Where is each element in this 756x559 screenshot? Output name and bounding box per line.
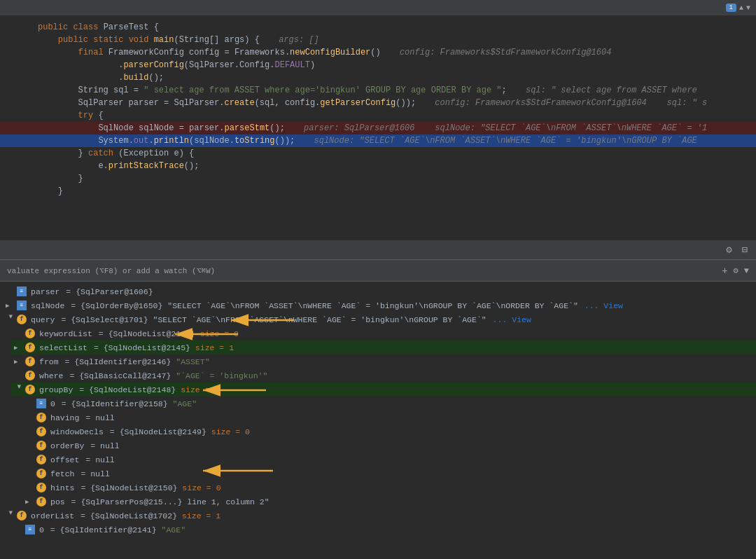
list-item-offset[interactable]: f offset = null: [22, 453, 756, 467]
line-content: }: [38, 172, 750, 185]
line-number: [6, 71, 27, 72]
tree-label: sqlNode: [31, 301, 64, 310]
line-content: try {: [38, 109, 750, 122]
split-icon[interactable]: ⊟: [739, 242, 750, 257]
line-number: [6, 21, 27, 22]
line-content: public class ParseTest {: [38, 21, 750, 34]
tree-value: = {SqlBasicCall@2147} "`AGE` = 'bingkun'…: [65, 371, 268, 380]
code-line-highlight-red: SqlNode sqlNode = parser.parseStmt(); pa…: [0, 122, 756, 134]
expand-arrow-from[interactable]: ▶: [14, 358, 24, 366]
tree-value: = {SqlIdentifier@2158} "AGE": [57, 399, 197, 408]
f-icon6: f: [25, 385, 35, 394]
up-icon[interactable]: ▲: [739, 4, 743, 12]
tree-value: = {SqlNodeList@2149} size = 0: [105, 427, 250, 436]
expand-arrow-groupby[interactable]: ▶: [15, 385, 23, 394]
down-icon[interactable]: ▼: [746, 4, 750, 12]
code-line: e.printStackTrace();: [0, 160, 756, 172]
line-number: [6, 122, 27, 123]
tree-label: pos: [50, 497, 65, 506]
list-item-orderlist-0[interactable]: ≡ 0 = {SqlIdentifier@2141} "AGE": [11, 523, 756, 537]
line-number: [6, 97, 27, 97]
settings-icon[interactable]: ⚙: [723, 242, 734, 257]
list-item[interactable]: ▶ f query = {SqlSelect@1701} "SELECT `AG…: [0, 312, 756, 326]
code-line: public class ParseTest {: [0, 21, 756, 34]
list-item-fetch[interactable]: f fetch = null: [22, 467, 756, 481]
tree-label: 0: [50, 399, 55, 408]
tree-value: = null: [76, 469, 110, 478]
code-line: .build();: [0, 71, 756, 84]
expand-arrow-pos[interactable]: ▶: [25, 498, 35, 506]
tree-label: keywordList: [39, 329, 92, 338]
expand-arrow-orderlist[interactable]: ▶: [7, 511, 15, 520]
tree-label: offset: [50, 455, 79, 464]
tree-value: = {SqlOrderBy@1650} "SELECT `AGE`\nFROM …: [66, 301, 578, 310]
code-area: public class ParseTest { public static v…: [0, 15, 756, 203]
expand-arrow-expanded[interactable]: ▶: [7, 315, 15, 324]
line-number: [6, 185, 27, 186]
add-watch-icon[interactable]: +: [722, 265, 727, 277]
f-icon13: f: [36, 497, 46, 506]
expand-arrow-collapsed[interactable]: ▶: [6, 302, 15, 310]
tree-value: = {SqlNodeList@1702} size = 1: [76, 511, 220, 520]
list-item-windowdecls[interactable]: f windowDecls = {SqlNodeList@2149} size …: [22, 425, 756, 439]
top-bar: 1 ▲ ▼: [0, 0, 756, 15]
line-number: [6, 59, 27, 60]
list-icon3: ≡: [25, 525, 35, 534]
list-item[interactable]: ≡ parser = {SqlParser@1606}: [0, 284, 756, 298]
line-number: [6, 46, 27, 47]
list-icon: ≡: [17, 301, 27, 310]
tree-label: parser: [31, 287, 59, 296]
code-line: String sql = " select age from ASSET whe…: [0, 84, 756, 97]
code-line-highlight-blue: System.out.println(sqlNode.toString()); …: [0, 134, 756, 147]
list-item-from[interactable]: ▶ f from = {SqlIdentifier@2146} "ASSET": [11, 354, 756, 368]
list-item[interactable]: f keywordList = {SqlNodeList@2144} size …: [11, 326, 756, 340]
debug-tree: ≡ parser = {SqlParser@1606} ▶ ≡ sqlNode …: [0, 282, 756, 539]
view-link2[interactable]: ... View: [488, 315, 531, 324]
list-item-groupby-0[interactable]: ≡ 0 = {SqlIdentifier@2158} "AGE": [22, 396, 756, 410]
list-item-having[interactable]: f having = null: [22, 410, 756, 425]
list-icon2: ≡: [36, 399, 46, 408]
code-line: }: [0, 172, 756, 185]
line-number: [6, 34, 27, 34]
line-number: [6, 109, 27, 110]
code-line: public static void main(String[] args) {…: [0, 34, 756, 46]
list-item-hints[interactable]: f hints = {SqlNodeList@2150} size = 0: [22, 481, 756, 495]
list-item-pos[interactable]: ▶ f pos = {SqlParserPos@215...} line 1, …: [22, 495, 756, 509]
f-icon4: f: [25, 357, 35, 366]
line-content: } catch (Exception e) {: [38, 147, 750, 160]
tree-label: hints: [50, 483, 75, 492]
debug-panel[interactable]: ≡ parser = {SqlParser@1606} ▶ ≡ sqlNode …: [0, 282, 756, 559]
list-item-orderby[interactable]: f orderBy = null: [22, 439, 756, 453]
line-number: [6, 84, 27, 85]
settings-debug-icon[interactable]: ⚙: [734, 265, 738, 276]
tree-value: = null: [85, 441, 119, 450]
f-icon9: f: [36, 441, 46, 450]
tree-label: query: [31, 315, 55, 324]
view-link[interactable]: ... View: [580, 301, 623, 310]
line-content: System.out.println(sqlNode.toString()); …: [38, 134, 750, 147]
tree-value: = {SqlSelect@1701} "SELECT `AGE`\nFROM `…: [57, 315, 486, 324]
f-icon2: f: [25, 329, 35, 338]
line-content: public static void main(String[] args) {…: [38, 34, 750, 46]
tree-value: = {SqlNodeList@2148} size = 1: [74, 385, 219, 394]
f-icon7: f: [36, 413, 46, 422]
close-debug-icon[interactable]: ▼: [744, 266, 749, 276]
tree-value: = {SqlParser@1606}: [61, 287, 153, 296]
list-item[interactable]: ▶ ≡ sqlNode = {SqlOrderBy@1650} "SELECT …: [0, 298, 756, 312]
list-item-groupby[interactable]: ▶ f groupBy = {SqlNodeList@2148} size = …: [11, 382, 756, 396]
tree-label: windowDecls: [50, 427, 104, 436]
list-item-select-list[interactable]: ▶ f selectList = {SqlNodeList@2145} size…: [11, 340, 756, 354]
code-line: }: [0, 185, 756, 198]
tree-label: orderBy: [50, 441, 84, 450]
debug-header-text: valuate expression (⌥F8) or add a watch …: [7, 266, 215, 275]
f-icon3: f: [25, 343, 35, 352]
list-item-where[interactable]: f where = {SqlBasicCall@2147} "`AGE` = '…: [11, 368, 756, 382]
line-content: }: [38, 185, 750, 198]
tree-value: = {SqlIdentifier@2141} "AGE": [46, 525, 186, 534]
tree-value: = null: [80, 413, 114, 422]
tree-value: = {SqlNodeList@2145} size = 1: [89, 343, 234, 352]
expand-arrow-select[interactable]: ▶: [14, 344, 24, 352]
line-number: [6, 172, 27, 173]
list-item-orderlist[interactable]: ▶ f orderList = {SqlNodeList@1702} size …: [0, 509, 756, 523]
line-content: SqlNode sqlNode = parser.parseStmt(); pa…: [38, 122, 750, 134]
